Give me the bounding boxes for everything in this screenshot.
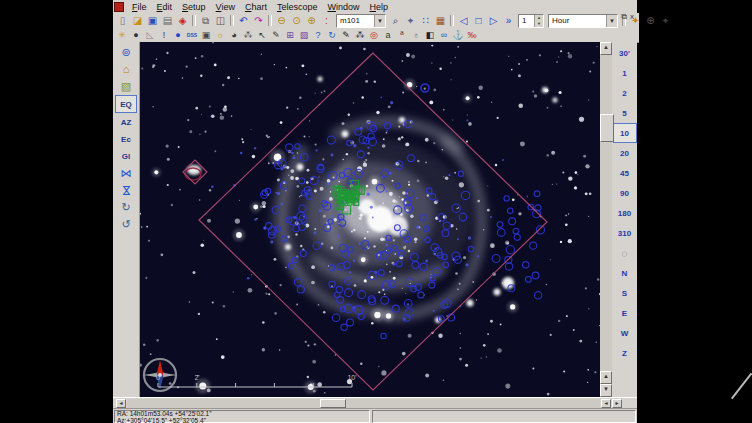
fov-button-30min[interactable]: 30'	[614, 43, 636, 63]
dss-image-button[interactable]: DSS	[185, 29, 199, 41]
observatory-button[interactable]: ⌂	[116, 61, 136, 77]
coord-altazimuth-button[interactable]: AZ	[116, 114, 136, 130]
menu-help[interactable]: Help	[365, 1, 394, 13]
spinner-arrows[interactable]: ▲▼	[534, 15, 543, 27]
fov-button-310[interactable]: 310	[614, 223, 636, 243]
time-step-back-button[interactable]: ◁	[456, 14, 471, 27]
direction-button-n[interactable]: N	[614, 263, 636, 283]
menu-setup[interactable]: Setup	[177, 1, 211, 13]
fov-button-5[interactable]: 5	[614, 103, 636, 123]
menu-window[interactable]: Window	[323, 1, 365, 13]
chart-viewport[interactable]: 02'10'	[140, 42, 600, 397]
time-fast-forward-button[interactable]: »	[501, 14, 516, 27]
new-chart-button[interactable]: ▯	[115, 14, 130, 27]
direction-button-s[interactable]: S	[614, 283, 636, 303]
star-labels-button[interactable]: ⁂	[241, 29, 255, 41]
search-advanced-button[interactable]: ⌖	[403, 14, 418, 27]
earth-view-button[interactable]: ♁	[409, 29, 423, 41]
night-vision-button[interactable]: ☼	[213, 29, 227, 41]
finder-circle-button[interactable]: ◎	[367, 29, 381, 41]
star-brightness-button[interactable]: :	[319, 14, 334, 27]
field-target-button[interactable]: ◈	[175, 14, 190, 27]
menu-view[interactable]: View	[211, 1, 240, 13]
coord-ecliptic-button[interactable]: Ec	[116, 131, 136, 147]
show-outlines-button[interactable]: ◺	[143, 29, 157, 41]
time-unit-combo-dropdown-icon[interactable]: ▼	[606, 15, 617, 27]
scroll-up-button[interactable]: ▲	[600, 42, 612, 55]
zoom-in-button[interactable]: ⊕	[304, 14, 319, 27]
multi-window-button[interactable]: ◫	[213, 14, 228, 27]
constellation-figures-button[interactable]: ▨	[297, 29, 311, 41]
fov-button-90[interactable]: 90	[614, 183, 636, 203]
coordinate-grid-button[interactable]: ⊞	[283, 29, 297, 41]
sky-darkness-button[interactable]: ◕	[227, 29, 241, 41]
proper-motion-button[interactable]: ‰	[465, 29, 479, 41]
anchor-position-button[interactable]: ⚓	[451, 29, 465, 41]
fov-button-45[interactable]: 45	[614, 163, 636, 183]
direction-button-e[interactable]: E	[614, 303, 636, 323]
draw-mode-button[interactable]: ✎	[269, 29, 283, 41]
menu-chart[interactable]: Chart	[240, 1, 272, 13]
zoom-default-button[interactable]: ⊙	[289, 14, 304, 27]
horizon-view-button[interactable]: ▧	[116, 78, 136, 94]
background-image-button[interactable]: ▣	[199, 29, 213, 41]
zoom-out-button[interactable]: ⊖	[274, 14, 289, 27]
search-object-button[interactable]: ⌕	[388, 14, 403, 27]
time-stop-button[interactable]: □	[471, 14, 486, 27]
calendar-button[interactable]: ▦	[433, 14, 448, 27]
center-cursor-button[interactable]: ⊕	[643, 14, 658, 27]
scroll-down-button[interactable]: ▼	[600, 384, 612, 397]
coord-galactic-button[interactable]: Gl	[116, 148, 136, 164]
direction-button-z[interactable]: Z	[614, 343, 636, 363]
vertical-scroll-track[interactable]	[600, 55, 612, 371]
annotate-button[interactable]: ✎	[339, 29, 353, 41]
copy-chart-button[interactable]: ⧉	[198, 14, 213, 27]
label-density-button[interactable]: ⁂	[353, 29, 367, 41]
flip-vertical-button[interactable]: ⋈	[116, 182, 136, 198]
horizontal-scroll-track[interactable]	[127, 399, 600, 408]
chain-link-button[interactable]: ∞	[437, 29, 451, 41]
labels-config-button[interactable]: ª	[395, 29, 409, 41]
fov-button-10[interactable]: 10	[613, 123, 637, 143]
grid-config-button[interactable]: ∷	[418, 14, 433, 27]
pointer-mode-button[interactable]: ↖	[255, 29, 269, 41]
labels-toggle-button[interactable]: a	[381, 29, 395, 41]
deep-sky-objects-button[interactable]: ●	[171, 29, 185, 41]
solar-system-button[interactable]: ⊚	[116, 44, 136, 60]
time-step-spinner[interactable]: 1▲▼	[518, 14, 544, 28]
chart-mode-icon[interactable]: ◌	[614, 243, 636, 263]
flip-horizontal-button[interactable]: ⋈	[116, 165, 136, 181]
vertical-scroll-thumb[interactable]	[600, 114, 614, 142]
show-stars-button[interactable]: ✳	[115, 29, 129, 41]
rotate-counterclockwise-button[interactable]: ↺	[116, 216, 136, 232]
rotate-clockwise-button[interactable]: ↻	[116, 199, 136, 215]
show-planets-button[interactable]: !	[157, 29, 171, 41]
redo-button[interactable]: ↷	[251, 14, 266, 27]
fov-button-2[interactable]: 2	[614, 83, 636, 103]
undo-button[interactable]: ↶	[236, 14, 251, 27]
object-search-combo-dropdown-icon[interactable]: ▼	[374, 15, 385, 27]
coord-equatorial-button[interactable]: EQ	[115, 95, 137, 113]
close-window-button[interactable]: x	[630, 13, 634, 21]
scroll-left-button-2[interactable]: ◂	[601, 399, 611, 408]
menu-telescope[interactable]: Telescope	[272, 1, 323, 13]
show-nebulae-button[interactable]: ●	[129, 29, 143, 41]
time-play-button[interactable]: ▷	[486, 14, 501, 27]
print-chart-button[interactable]: ▤	[160, 14, 175, 27]
horizontal-scroll-thumb[interactable]	[320, 399, 346, 408]
time-unit-combo[interactable]: Hour▼	[548, 14, 618, 28]
object-info-button[interactable]: ?	[311, 29, 325, 41]
fov-button-20[interactable]: 20	[614, 143, 636, 163]
save-chart-button[interactable]: ▣	[145, 14, 160, 27]
refresh-chart-button[interactable]: ↻	[325, 29, 339, 41]
direction-button-w[interactable]: W	[614, 323, 636, 343]
scroll-left-button[interactable]: ◂	[116, 399, 126, 408]
fov-button-180[interactable]: 180	[614, 203, 636, 223]
sky-chart[interactable]: 02'10'	[140, 42, 600, 397]
scroll-up-button-2[interactable]: ▲	[600, 371, 612, 384]
menu-edit[interactable]: Edit	[152, 1, 178, 13]
scroll-right-button[interactable]: ▸	[612, 399, 622, 408]
contrast-button[interactable]: ◧	[423, 29, 437, 41]
restore-window-button[interactable]: ⧉	[621, 13, 627, 21]
menu-file[interactable]: File	[127, 1, 152, 13]
